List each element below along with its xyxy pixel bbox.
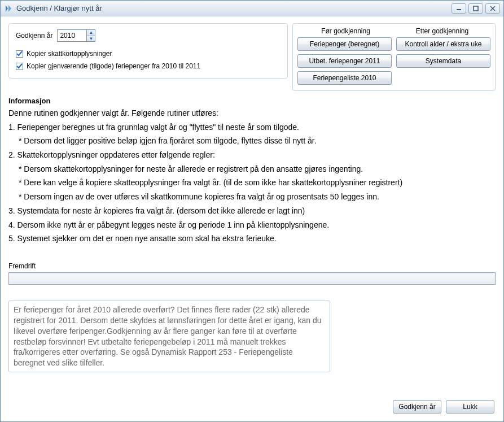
warning-message: Er feriepenger for året 2010 allerede ov… [8,301,330,372]
after-approval-header: Etter godkjenning [394,27,490,35]
approve-panel: Godkjenn år ▲ ▼ Kopier skattkortopplysni… [8,23,288,79]
info-line-2b: * Dere kan velge å kopiere skatteopplysn… [19,177,496,189]
copy-tax-checkbox[interactable] [16,50,23,58]
before-approval-header: Før godkjenning [297,27,394,35]
progress-section: Fremdrift [8,262,496,285]
footer-buttons: Godkjenn år Lukk [393,400,494,414]
approve-year-button[interactable]: Godkjenn år [393,400,441,414]
info-line-2a: * Dersom skattekortopplysninger for nest… [19,163,496,176]
copy-tax-label: Kopier skattkortopplysninger [27,50,112,58]
titlebar: Godkjenn / Klargjør nytt år [1,1,503,16]
paid-holiday-pay-button[interactable]: Utbet. feriepenger 2011 [297,54,392,68]
info-line-1a: * Dersom det ligger positive beløp igjen… [19,135,496,147]
year-spin-up[interactable]: ▲ [87,30,95,36]
copy-holiday-checkbox[interactable] [16,63,23,70]
info-line-1: 1. Feriepenger beregnes ut fra grunnlag … [8,121,496,134]
copy-holiday-label: Kopier gjenværende (tilgode) feriepenger… [27,62,200,70]
close-button[interactable] [485,3,500,14]
year-spin-down[interactable]: ▼ [87,36,95,42]
info-line-3: 3. Systemdata for neste år kopieres fra … [8,205,496,217]
app-icon [4,4,13,13]
progress-bar [8,272,496,285]
systemdata-button[interactable]: Systemdata [396,54,490,68]
information-body: Denne rutinen godkjenner valgt år. Følge… [8,107,496,245]
control-age-extra-week-button[interactable]: Kontroll alder / ekstra uke [396,37,490,51]
holiday-pay-list-button[interactable]: Feriepengeliste 2010 [297,71,392,85]
information-heading: Informasjon [8,97,496,105]
info-line-2c: * Dersom ingen av de over utføres vil sk… [19,191,496,203]
info-line-4: 4. Dersom ikke nytt år er påbegynt legge… [8,219,496,232]
maximize-button[interactable] [468,3,483,14]
actions-panel: Før godkjenning Etter godkjenning Feriep… [292,23,496,91]
minimize-button[interactable] [452,3,466,14]
progress-label: Fremdrift [8,262,496,270]
window-buttons [452,3,500,14]
info-line-5: 5. Systemet sjekker om det er noen nye a… [8,233,496,245]
approve-year-label: Godkjenn år [16,32,52,40]
holiday-pay-calculated-button[interactable]: Feriepenger (beregnet) [297,37,392,51]
info-intro: Denne rutinen godkjenner valgt år. Følge… [8,107,496,120]
year-spinner: ▲ ▼ [57,29,95,42]
year-input[interactable] [57,29,86,42]
window-title: Godkjenn / Klargjør nytt år [16,4,452,12]
information-section: Informasjon Denne rutinen godkjenner val… [8,97,496,245]
info-line-2: 2. Skattekortopplysninger oppdateres ett… [8,149,496,162]
close-dialog-button[interactable]: Lukk [446,400,494,414]
svg-rect-1 [474,6,478,11]
